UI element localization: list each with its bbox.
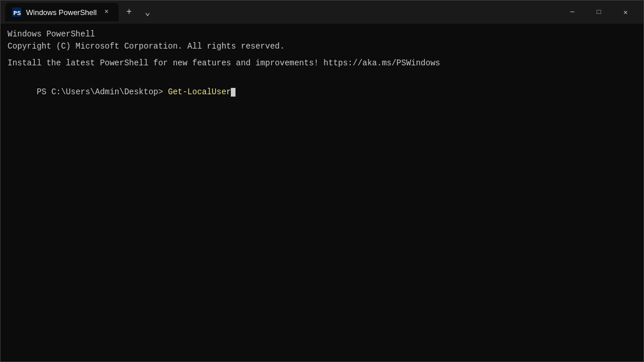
title-bar: PS Windows PowerShell × + ⌄ — □ ✕ (1, 1, 643, 24)
active-tab[interactable]: PS Windows PowerShell × (5, 3, 119, 21)
tab-controls: + ⌄ (121, 4, 156, 20)
output-line-2: Copyright (C) Microsoft Corporation. All… (8, 40, 636, 53)
tab-area: PS Windows PowerShell × + ⌄ (5, 3, 559, 21)
output-line-4: Install the latest PowerShell for new fe… (8, 57, 636, 69)
prompt-line: PS C:\Users\Admin\Desktop> Get-LocalUser (8, 74, 636, 110)
terminal-body[interactable]: Windows PowerShell Copyright (C) Microso… (1, 24, 643, 361)
window-controls: — □ ✕ (559, 3, 639, 21)
svg-text:PS: PS (13, 10, 21, 17)
tab-title: Windows PowerShell (26, 8, 97, 17)
output-line-1: Windows PowerShell (8, 28, 636, 40)
dropdown-button[interactable]: ⌄ (139, 4, 156, 20)
powershell-icon: PS (12, 8, 21, 17)
powershell-window: PS Windows PowerShell × + ⌄ — □ ✕ Window… (0, 0, 644, 362)
cursor (231, 88, 235, 97)
tab-close-button[interactable]: × (101, 7, 112, 17)
minimize-button[interactable]: — (559, 3, 586, 21)
command: Get-LocalUser (163, 87, 231, 97)
maximize-button[interactable]: □ (586, 3, 612, 21)
new-tab-button[interactable]: + (121, 4, 137, 20)
prompt: PS C:\Users\Admin\Desktop> (36, 87, 163, 97)
close-button[interactable]: ✕ (612, 3, 639, 21)
